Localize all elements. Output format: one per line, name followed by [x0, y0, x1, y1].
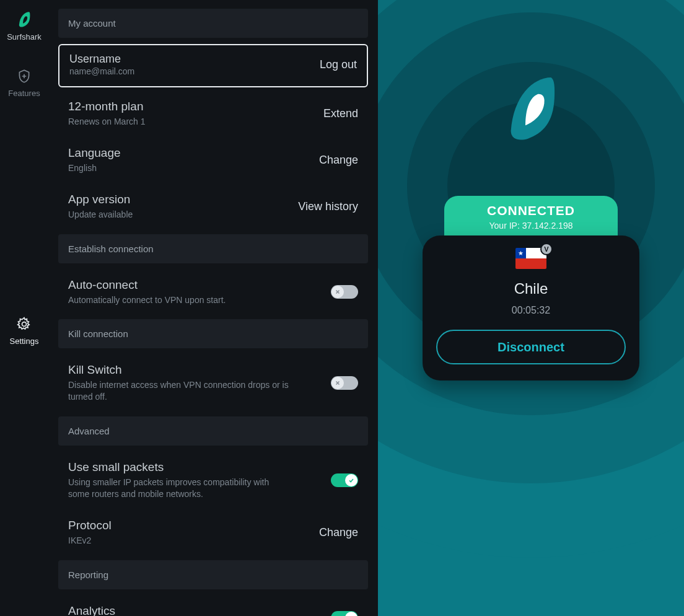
nav-features-label: Features — [8, 89, 40, 98]
shield-plus-icon — [15, 68, 33, 85]
svg-point-0 — [22, 322, 27, 327]
smallpackets-row[interactable]: Use small packets Using smaller IP packe… — [58, 452, 368, 510]
language-row[interactable]: Language English Change — [58, 138, 368, 184]
toggle-knob — [331, 286, 344, 298]
protocol-row[interactable]: Protocol IKEv2 Change — [58, 510, 368, 557]
protocol-title: Protocol — [68, 519, 112, 532]
username-title: Username — [69, 53, 134, 66]
virtual-badge-icon: V — [540, 243, 553, 255]
smallpackets-sub: Using smaller IP packets improves compat… — [68, 477, 291, 500]
username-value: name@mail.com — [69, 66, 134, 77]
killswitch-title: Kill Switch — [68, 363, 291, 377]
settings-panel: My account Username name@mail.com Log ou… — [48, 0, 378, 616]
section-header-kill: Kill connection — [58, 319, 368, 348]
language-title: Language — [68, 146, 121, 160]
section-header-account: My account — [58, 9, 368, 38]
section-header-advanced: Advanced — [58, 416, 368, 446]
section-header-connection: Establish connection — [58, 234, 368, 263]
plan-row[interactable]: 12-month plan Renews on March 1 Extend — [58, 91, 368, 138]
autoconnect-toggle[interactable] — [331, 285, 358, 299]
plan-sub: Renews on March 1 — [68, 116, 146, 128]
ip-label: Your IP: 37.142.2.198 — [489, 221, 573, 231]
smallpackets-toggle[interactable] — [331, 473, 358, 487]
analytics-title: Analytics — [68, 604, 201, 616]
status-panel: CONNECTED Your IP: 37.142.2.198 ★ V Chil… — [378, 0, 684, 616]
smallpackets-title: Use small packets — [68, 460, 291, 474]
protocol-change-button[interactable]: Change — [319, 526, 358, 539]
killswitch-row[interactable]: Kill Switch Disable internet access when… — [58, 354, 368, 413]
version-row[interactable]: App version Update available View histor… — [58, 184, 368, 231]
nav-sidebar: Surfshark Features Settings — [0, 0, 48, 616]
toggle-knob — [345, 474, 357, 486]
gear-icon — [15, 315, 33, 333]
plan-title: 12-month plan — [68, 100, 146, 113]
surfshark-logo-icon — [503, 73, 559, 147]
toggle-knob — [345, 612, 357, 616]
killswitch-sub: Disable internet access when VPN connect… — [68, 379, 291, 403]
version-sub: Update available — [68, 209, 133, 221]
autoconnect-sub: Automatically connect to VPN upon start. — [68, 294, 226, 306]
disconnect-button[interactable]: Disconnect — [436, 330, 626, 364]
plan-extend-button[interactable]: Extend — [323, 107, 358, 120]
connection-timer: 00:05:32 — [512, 305, 550, 316]
nav-settings[interactable]: Settings — [0, 310, 48, 346]
autoconnect-title: Auto-connect — [68, 278, 226, 292]
analytics-row[interactable]: Analytics Track anonymous app usage data… — [58, 596, 368, 616]
flag-wrap: ★ V — [515, 248, 546, 269]
nav-settings-label: Settings — [10, 337, 39, 346]
section-header-reporting: Reporting — [58, 560, 368, 589]
language-value: English — [68, 162, 121, 174]
analytics-toggle[interactable] — [331, 611, 358, 616]
autoconnect-row[interactable]: Auto-connect Automatically connect to VP… — [58, 270, 368, 316]
protocol-value: IKEv2 — [68, 535, 112, 547]
killswitch-toggle[interactable] — [331, 376, 358, 390]
toggle-knob — [331, 377, 344, 389]
connection-card: ★ V Chile 00:05:32 Disconnect — [423, 235, 639, 381]
surfshark-fin-icon — [15, 11, 33, 29]
connected-label: CONNECTED — [487, 203, 575, 218]
logout-button[interactable]: Log out — [320, 58, 357, 71]
nav-brand-label: Surfshark — [7, 32, 42, 42]
nav-features[interactable]: Features — [0, 63, 48, 107]
version-history-button[interactable]: View history — [298, 200, 358, 213]
language-change-button[interactable]: Change — [319, 154, 358, 167]
nav-brand[interactable]: Surfshark — [0, 6, 48, 50]
version-title: App version — [68, 193, 133, 206]
account-card[interactable]: Username name@mail.com Log out — [58, 44, 368, 87]
location-name: Chile — [514, 280, 548, 297]
